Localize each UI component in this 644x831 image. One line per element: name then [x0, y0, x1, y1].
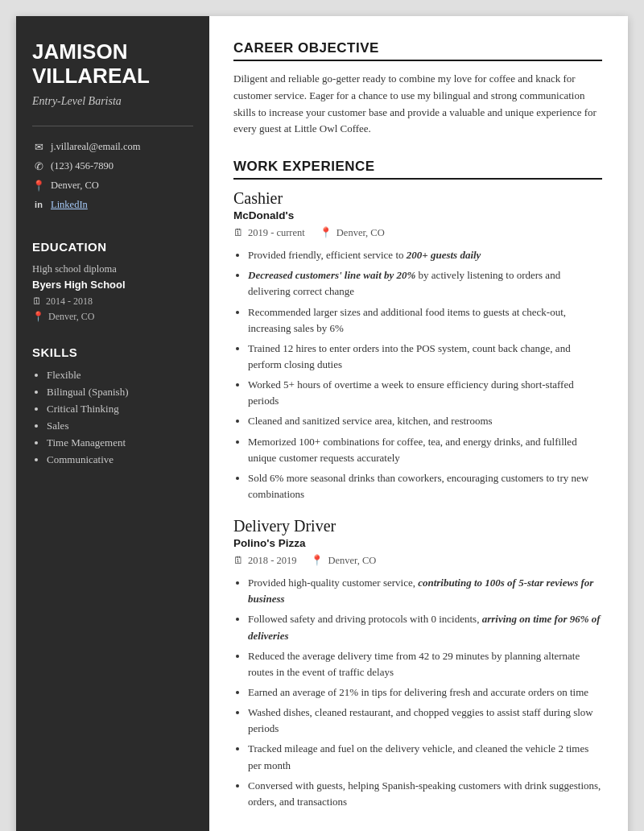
location-icon-2: 📍	[311, 554, 324, 567]
career-objective-text: Diligent and reliable go-getter ready to…	[233, 71, 602, 138]
job-1-location: 📍 Denver, CO	[320, 226, 385, 239]
job-2-years-text: 2018 - 2019	[248, 555, 296, 567]
bullet: Provided friendly, efficient service to …	[248, 247, 602, 263]
job-2-company: Polino's Pizza	[233, 537, 602, 549]
education-section-title: EDUCATION	[32, 240, 193, 254]
career-objective-header: CAREER OBJECTIVE	[233, 40, 602, 61]
bullet: Worked 5+ hours of overtime a week to en…	[248, 377, 602, 409]
main-content: CAREER OBJECTIVE Diligent and reliable g…	[209, 16, 628, 831]
education-location: 📍 Denver, CO	[32, 311, 193, 323]
education-years-text: 2014 - 2018	[46, 296, 93, 308]
bullet: Memorized 100+ combinations for coffee, …	[248, 434, 602, 466]
job-2-years: 🗓 2018 - 2019	[233, 555, 296, 567]
calendar-icon: 🗓	[32, 296, 42, 308]
bullet: Followed safety and driving protocols wi…	[248, 611, 602, 643]
highlight: 200+ guests daily	[407, 249, 481, 261]
bullet: Trained 12 hires to enter orders into th…	[248, 341, 602, 373]
bullet: Tracked mileage and fuel on the delivery…	[248, 741, 602, 773]
job-2-title: Delivery Driver	[233, 517, 602, 535]
skills-section-title: SKILLS	[32, 345, 193, 359]
edu-location-icon: 📍	[32, 311, 44, 323]
skill-item: Sales	[47, 420, 193, 432]
job-1: Cashier McDonald's 🗓 2019 - current 📍 De…	[233, 189, 602, 502]
job-2-location-text: Denver, CO	[328, 555, 376, 567]
bullet: Earned an average of 21% in tips for del…	[248, 684, 602, 701]
candidate-name: JAMISON VILLAREAL	[32, 40, 193, 89]
contact-location: 📍 Denver, CO	[32, 180, 193, 192]
skills-section: SKILLS Flexible Bilingual (Spanish) Crit…	[32, 345, 193, 470]
job-1-location-text: Denver, CO	[336, 227, 385, 239]
education-degree: High school diploma	[32, 263, 193, 275]
job-1-years: 🗓 2019 - current	[233, 227, 305, 239]
location-text: Denver, CO	[51, 180, 99, 192]
candidate-title: Entry-Level Barista	[32, 95, 193, 108]
skill-item: Time Management	[47, 436, 193, 449]
highlight: arriving on time for 96% of deliveries	[248, 613, 601, 641]
bullet: Reduced the average delivery time from 4…	[248, 648, 602, 680]
contact-email: ✉ j.villareal@email.com	[32, 141, 193, 154]
job-1-company: McDonald's	[233, 209, 602, 221]
calendar-icon-2: 🗓	[233, 555, 244, 567]
job-2-location: 📍 Denver, CO	[311, 554, 376, 567]
email-icon: ✉	[32, 141, 45, 154]
education-years: 🗓 2014 - 2018	[32, 296, 193, 308]
highlight: Decreased customers' line wait by 20%	[248, 269, 415, 281]
contact-list: ✉ j.villareal@email.com ✆ (123) 456-7890…	[32, 141, 193, 217]
divider	[32, 126, 193, 126]
bullet: Sold 6% more seasonal drinks than cowork…	[248, 470, 602, 502]
skills-list: Flexible Bilingual (Spanish) Critical Th…	[32, 369, 193, 466]
education-school: Byers High School	[32, 279, 193, 291]
location-icon: 📍	[32, 180, 45, 192]
highlight: contributing to 100s of 5-star reviews f…	[248, 577, 593, 605]
contact-linkedin[interactable]: in LinkedIn	[32, 199, 193, 211]
bullet: Conversed with guests, helping Spanish-s…	[248, 778, 602, 810]
skill-item: Bilingual (Spanish)	[47, 386, 193, 399]
job-2: Delivery Driver Polino's Pizza 🗓 2018 - …	[233, 517, 602, 810]
bullet: Provided high-quality customer service, …	[248, 575, 602, 607]
edu-location-text: Denver, CO	[48, 311, 95, 323]
skill-item: Flexible	[47, 369, 193, 382]
calendar-icon-1: 🗓	[233, 227, 244, 239]
bullet: Cleaned and sanitized service area, kitc…	[248, 413, 602, 429]
skill-item: Critical Thinking	[47, 403, 193, 416]
sidebar: JAMISON VILLAREAL Entry-Level Barista ✉ …	[16, 16, 209, 831]
bullet: Decreased customers' line wait by 20% by…	[248, 267, 602, 300]
resume-container: JAMISON VILLAREAL Entry-Level Barista ✉ …	[16, 16, 628, 831]
job-2-bullets: Provided high-quality customer service, …	[233, 575, 602, 810]
skill-item: Communicative	[47, 453, 193, 466]
bullet: Recommended larger sizes and additional …	[248, 304, 602, 337]
linkedin-icon: in	[32, 200, 45, 209]
job-1-title: Cashier	[233, 189, 602, 208]
contact-phone: ✆ (123) 456-7890	[32, 160, 193, 173]
work-experience-header: WORK EXPERIENCE	[233, 159, 602, 180]
job-1-bullets: Provided friendly, efficient service to …	[233, 247, 602, 502]
location-icon-1: 📍	[320, 226, 332, 239]
email-text: j.villareal@email.com	[51, 141, 140, 153]
phone-icon: ✆	[32, 160, 45, 173]
phone-text: (123) 456-7890	[51, 160, 114, 172]
bullet: Washed dishes, cleaned restaurant, and c…	[248, 705, 602, 737]
job-1-years-text: 2019 - current	[248, 227, 305, 239]
job-2-meta: 🗓 2018 - 2019 📍 Denver, CO	[233, 554, 602, 567]
linkedin-link[interactable]: LinkedIn	[51, 199, 88, 211]
job-1-meta: 🗓 2019 - current 📍 Denver, CO	[233, 226, 602, 239]
